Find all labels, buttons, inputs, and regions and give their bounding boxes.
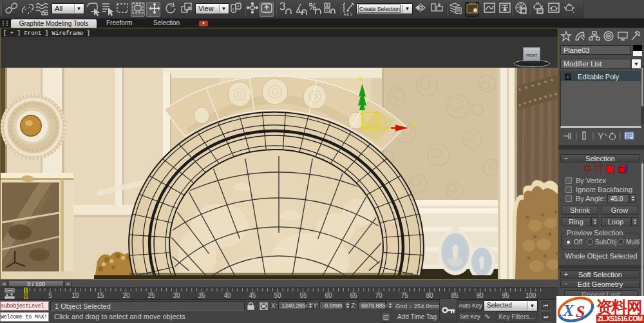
svg-text:Y: Y [359,76,363,83]
svg-text:S: S [576,302,585,321]
svg-text:X: X [411,121,415,127]
svg-text:ZL.XS1616.COM: ZL.XS1616.COM [598,315,643,322]
svg-text:X: X [562,301,574,320]
svg-text:资料网: 资料网 [596,298,643,316]
